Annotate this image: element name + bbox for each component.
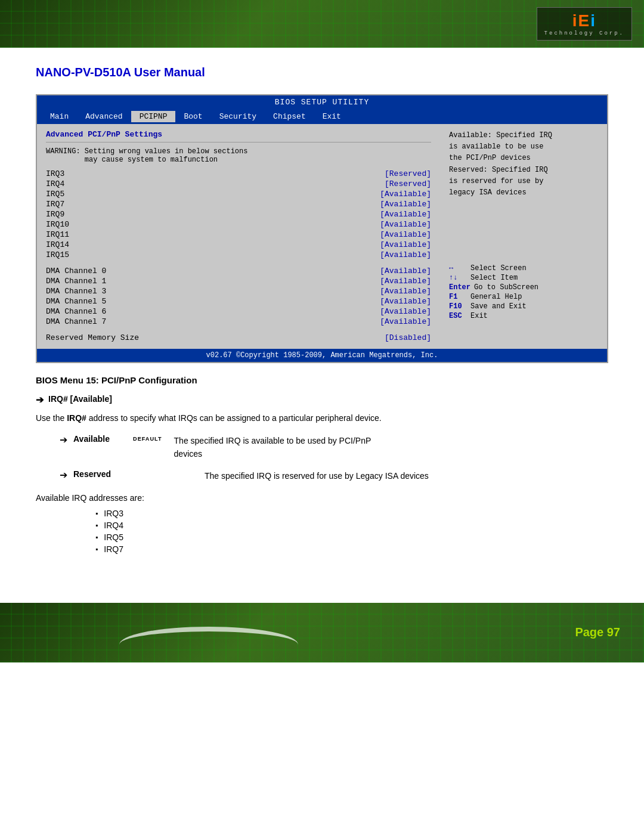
dma1-row[interactable]: DMA Channel 1 [Available] [46,276,431,286]
nav-enter: Enter Go to SubScreen [449,283,598,292]
option-reserved-desc: The specified IRQ is reserved for use by… [205,469,429,482]
help-line-5: is reserved for use by [449,176,598,187]
bios-help-text: Available: Specified IRQ is available to… [449,130,598,199]
arrow-icon: ➔ [36,394,44,405]
bios-menu-bar: Main Advanced PCIPNP Boot Security Chips… [37,109,607,124]
bios-section-title: Advanced PCI/PnP Settings [46,130,431,139]
help-line-1: Available: Specified IRQ [449,130,598,141]
bios-setup-box: BIOS SETUP UTILITY Main Advanced PCIPNP … [36,94,608,363]
top-header: iEi Technology Corp. [0,0,644,48]
irq3-row[interactable]: IRQ3 [Reserved] [46,169,431,179]
bios-left-panel: Advanced PCI/PnP Settings WARNING: Setti… [37,130,440,343]
option-reserved: ➔ Reserved The specified IRQ is reserved… [60,469,608,482]
irq5-row[interactable]: IRQ5 [Available] [46,189,431,199]
bios-menu-security[interactable]: Security [211,111,265,122]
irq11-row[interactable]: IRQ11 [Available] [46,230,431,240]
option-arrow-reserved: ➔ [60,469,67,481]
irq9-row[interactable]: IRQ9 [Available] [46,209,431,219]
bios-menu-boot[interactable]: Boot [175,111,210,122]
dma3-row[interactable]: DMA Channel 3 [Available] [46,286,431,296]
irq-heading: ➔ IRQ# [Available] [36,394,608,405]
list-item: IRQ3 [95,509,608,518]
irq10-row[interactable]: IRQ10 [Available] [46,219,431,230]
irq14-row[interactable]: IRQ14 [Available] [46,240,431,250]
page-number: Page 97 [575,625,620,639]
dma0-row[interactable]: DMA Channel 0 [Available] [46,266,431,276]
bios-menu-pcipnp[interactable]: PCIPNP [131,111,176,122]
nav-select-screen: ↔ Select Screen [449,264,598,272]
help-line-3: the PCI/PnP devices [449,153,598,164]
bios-menu-advanced[interactable]: Advanced [77,111,131,122]
nav-esc: ESC Exit [449,312,598,320]
dma5-row[interactable]: DMA Channel 5 [Available] [46,296,431,306]
bios-right-panel: Available: Specified IRQ is available to… [440,130,607,343]
list-item: IRQ7 [95,544,608,554]
irq-heading-label: IRQ# [Available] [48,394,112,404]
help-line-6: legacy ISA devices [449,187,598,199]
dma7-row[interactable]: DMA Channel 7 [Available] [46,317,431,327]
nav-f1: F1 General Help [449,293,598,301]
list-item: IRQ5 [95,532,608,542]
logo-subtitle: Technology Corp. [544,30,624,36]
irq-address-list: IRQ3 IRQ4 IRQ5 IRQ7 [95,509,608,554]
nav-select-item: ↑↓ Select Item [449,274,598,282]
option-available-label: Available [73,434,127,444]
bios-menu-exit[interactable]: Exit [314,111,349,122]
list-item: IRQ4 [95,521,608,530]
option-default-tag: DEFAULT [133,435,162,442]
reserved-memory-row[interactable]: Reserved Memory Size [Disabled] [46,333,431,343]
nav-esc-label: Exit [470,312,488,320]
irq-subsection: ➔ IRQ# [Available] Use the IRQ# address … [36,394,608,554]
nav-select-screen-label: Select Screen [470,264,527,272]
irq7-row[interactable]: IRQ7 [Available] [46,199,431,209]
nav-enter-label: Go to SubScreen [474,283,538,292]
page-content: NANO-PV-D510A User Manual BIOS SETUP UTI… [0,48,644,585]
bios-body: Advanced PCI/PnP Settings WARNING: Setti… [37,124,607,349]
manual-title: NANO-PV-D510A User Manual [36,66,608,79]
bios-footer: v02.67 ©Copyright 1985-2009, American Me… [37,349,607,362]
help-line-4: Reserved: Specified IRQ [449,165,598,176]
irq15-row[interactable]: IRQ15 [Available] [46,250,431,260]
nav-f10-label: Save and Exit [470,302,527,311]
cable-decoration [119,627,298,662]
option-reserved-label: Reserved [73,469,127,479]
dma6-row[interactable]: DMA Channel 6 [Available] [46,306,431,317]
nav-f10: F10 Save and Exit [449,302,598,311]
logo-iei: iEi [572,11,596,30]
logo-box: iEi Technology Corp. [537,7,632,41]
option-available: ➔ Available DEFAULT The specified IRQ is… [60,434,608,461]
bios-menu-main[interactable]: Main [42,111,77,122]
irq4-row[interactable]: IRQ4 [Reserved] [46,179,431,189]
bios-menu-caption: BIOS Menu 15: PCI/PnP Configuration [36,375,608,385]
avail-irq-text: Available IRQ addresses are: [36,493,608,503]
bios-warning: WARNING: Setting wrong values in below s… [46,147,431,164]
bios-title: BIOS SETUP UTILITY [37,95,607,109]
irq-description: Use the IRQ# address to specify what IRQ… [36,411,608,426]
help-line-2: is available to be use [449,141,598,153]
option-available-desc: The specified IRQ is available to be use… [174,434,401,461]
nav-select-item-label: Select Item [470,274,518,282]
bios-menu-chipset[interactable]: Chipset [265,111,314,122]
nav-f1-label: General Help [470,293,522,301]
option-arrow-available: ➔ [60,434,67,445]
bottom-footer: Page 97 [0,603,644,662]
